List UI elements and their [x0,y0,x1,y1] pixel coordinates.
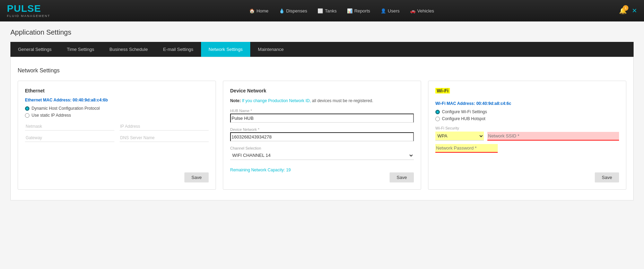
radio-configure-wifi-label: Configure Wi-Fi Settings [442,109,487,114]
nav-right: 🔔 1 ✕ [619,7,637,15]
gateway-label: Gateway [25,134,114,142]
remaining-capacity: Remaining Network Capacity: 19 [230,168,414,172]
note-rest: all devices must be re-registered. [311,98,373,103]
users-icon: 👤 [381,8,386,14]
radio-static-label: Use static IP Address [32,113,71,118]
ethernet-mac-value: 00:40:9d:a8:c4:6b [73,98,108,102]
home-icon: 🏠 [249,8,255,14]
logo-text: PULSE [7,4,50,14]
wifi-save-button[interactable]: Save [595,172,619,182]
wifi-password-row [435,144,619,153]
notification-badge: 1 [623,5,628,11]
dns-field: DNS Server Name [120,134,209,142]
tab-business-schedule[interactable]: Business Schedule [102,42,156,57]
wifi-card: Wi-Fi Wi-Fi MAC Address: 00:40:9d:a8:c4:… [428,81,626,190]
navbar: PULSE FLUID MANAGEMENT 🏠 Home 💧 Dispense… [0,0,644,21]
nav-reports[interactable]: 📊 Reports [347,8,370,14]
wifi-password-input[interactable] [435,144,498,153]
device-network-field: Device Network * [230,127,414,141]
device-network-note: Note: If you change Production Network I… [230,98,414,104]
dns-label: DNS Server Name [120,134,209,142]
notification-button[interactable]: 🔔 1 [619,7,627,15]
wifi-mac-label: Wi-Fi MAC Address: [435,101,476,106]
channel-selection-select[interactable]: WIFI CHANNEL 14 WIFI CHANNEL 1 WIFI CHAN… [230,151,414,160]
channel-selection-field: Channel Selection WIFI CHANNEL 14 WIFI C… [230,146,414,160]
device-network-card: Device Network Note: If you change Produ… [223,81,421,190]
ethernet-row-2: Gateway DNS Server Name [25,134,209,142]
remaining-value: 19 [286,168,290,172]
wifi-security-label: Wi-Fi Security [435,126,619,130]
note-link: If you change Production Network ID, [241,98,311,103]
note-bold: Note: [230,98,241,103]
radio-dhcp-input[interactable] [25,106,29,111]
device-network-card-title: Device Network [230,88,414,93]
section-heading: Network Settings [18,68,626,74]
reports-icon: 📊 [347,8,353,14]
close-icon[interactable]: ✕ [632,7,637,15]
ethernet-card-title: Ethernet [25,88,209,93]
ethernet-mac-address: Ethernet MAC Address: 00:40:9d:a8:c4:6b [25,98,209,102]
wifi-card-title: Wi-Fi [435,88,450,93]
vehicles-icon: 🚗 [410,8,416,14]
nav-home[interactable]: 🏠 Home [249,8,269,14]
wifi-security-select[interactable]: WPA WPA2 WEP None [435,132,484,141]
nav-dispenses[interactable]: 💧 Dispenses [279,8,307,14]
logo-sub-text: FLUID MANAGEMENT [7,14,50,18]
netmask-label: Netmask [25,123,114,131]
nav-users[interactable]: 👤 Users [381,8,400,14]
radio-dhcp[interactable]: Dynamic Host Configuration Protocol [25,106,209,111]
ethernet-save-button[interactable]: Save [184,172,209,182]
radio-configure-wifi[interactable]: Configure Wi-Fi Settings [435,109,619,114]
tab-network-settings[interactable]: Network Settings [201,42,250,57]
section-container: Network Settings Ethernet Ethernet MAC A… [10,57,634,200]
ethernet-row-1: Netmask IP Address [25,123,209,131]
tab-time-settings[interactable]: Time Settings [59,42,102,57]
ip-field: IP Address [120,123,209,131]
radio-hotspot-input[interactable] [435,117,440,121]
device-network-save-button[interactable]: Save [390,172,414,182]
wifi-mac-value: 00:40:9d:a8:c4:6c [476,101,511,106]
gateway-field: Gateway [25,134,114,142]
device-network-label: Device Network * [230,127,414,132]
tab-maintenance[interactable]: Maintenance [250,42,291,57]
page-content: Application Settings General Settings Ti… [0,21,644,269]
radio-static-input[interactable] [25,113,29,118]
radio-dhcp-label: Dynamic Host Configuration Protocol [32,106,100,111]
radio-hotspot-label: Configure HUB Hotspot [442,116,485,121]
ethernet-mac-label: Ethernet MAC Address: [25,98,73,102]
tab-email-settings[interactable]: E-mail Settings [155,42,201,57]
page-title: Application Settings [10,28,634,36]
radio-static[interactable]: Use static IP Address [25,113,209,118]
ethernet-card: Ethernet Ethernet MAC Address: 00:40:9d:… [18,81,216,190]
ip-label: IP Address [120,123,209,131]
hub-name-label: HUB Name * [230,109,414,113]
channel-selection-label: Channel Selection [230,146,414,150]
hub-name-field: HUB Name * [230,109,414,123]
brand-logo: PULSE FLUID MANAGEMENT [7,4,50,18]
nav-tanks[interactable]: ⬜ Tanks [317,8,337,14]
dispenses-icon: 💧 [279,8,285,14]
device-network-input[interactable] [230,132,414,141]
radio-hotspot[interactable]: Configure HUB Hotspot [435,116,619,121]
remaining-label: Remaining Network Capacity: [230,168,286,172]
wifi-mac-address: Wi-Fi MAC Address: 00:40:9d:a8:c4:6c [435,101,619,106]
nav-vehicles[interactable]: 🚗 Vehicles [410,8,434,14]
tanks-icon: ⬜ [317,8,323,14]
nav-links: 🏠 Home 💧 Dispenses ⬜ Tanks 📊 Reports 👤 U… [64,8,619,14]
cards-row: Ethernet Ethernet MAC Address: 00:40:9d:… [18,81,626,190]
wifi-security-row: WPA WPA2 WEP None [435,132,619,141]
hub-name-input[interactable] [230,114,414,123]
tabs-bar: General Settings Time Settings Business … [10,42,634,57]
wifi-ssid-input[interactable] [487,132,619,141]
radio-configure-wifi-input[interactable] [435,110,440,114]
ethernet-radio-group: Dynamic Host Configuration Protocol Use … [25,106,209,118]
wifi-radio-group: Configure Wi-Fi Settings Configure HUB H… [435,109,619,121]
tab-general-settings[interactable]: General Settings [10,42,59,57]
netmask-field: Netmask [25,123,114,131]
